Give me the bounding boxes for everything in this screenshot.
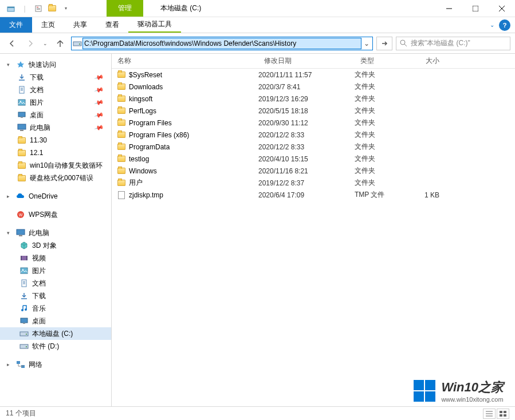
svg-rect-23 [18, 124, 26, 129]
tab-drive-tools[interactable]: 驱动器工具 [128, 17, 181, 33]
file-list[interactable]: 名称 修改日期 类型 大小 $SysReset2020/11/11 11:57文… [112, 54, 515, 406]
svg-point-12 [400, 40, 405, 45]
address-dropdown-icon[interactable]: ⌄ [361, 39, 372, 47]
close-button[interactable] [489, 0, 515, 17]
sidebar-quick-item[interactable]: win10自动修复失败循环 [0, 159, 111, 172]
sidebar-pc-item[interactable]: 软件 (D:) [0, 340, 111, 352]
svg-rect-28 [19, 235, 22, 236]
sidebar-pc-item[interactable]: 图片 [0, 264, 111, 277]
svg-rect-1 [7, 7, 14, 8]
chevron-down-icon[interactable]: ▾ [7, 230, 13, 236]
help-icon[interactable]: ? [499, 19, 510, 31]
svg-rect-7 [473, 6, 478, 11]
address-input[interactable]: C:\ProgramData\Microsoft\windows\Windows… [71, 37, 373, 50]
view-details-button[interactable] [483, 409, 496, 419]
sidebar-pc-item[interactable]: 本地磁盘 (C:) [0, 327, 111, 340]
chevron-right-icon[interactable]: ▸ [7, 193, 13, 199]
pin-icon: 📌 [94, 85, 105, 95]
file-date: 2020/12/2 8:33 [258, 131, 355, 139]
sidebar-pc-item[interactable]: 下载 [0, 290, 111, 302]
tab-home[interactable]: 主页 [32, 17, 64, 33]
file-type: TMP 文件 [355, 190, 404, 200]
maximize-button[interactable] [462, 0, 489, 17]
file-row[interactable]: $SysReset2020/11/11 11:57文件夹 [112, 69, 515, 81]
doc-icon [19, 279, 29, 288]
chevron-down-icon[interactable]: ▾ [7, 62, 13, 68]
sidebar-quick-item[interactable]: 此电脑📌 [0, 121, 111, 134]
sidebar-quick-item[interactable]: 硬盘格式化0007错误 [0, 172, 111, 184]
svg-rect-24 [20, 130, 23, 131]
file-date: 2020/9/30 11:12 [258, 119, 355, 127]
nav-onedrive[interactable]: ▸ OneDrive [0, 190, 111, 203]
nav-quick-access[interactable]: ▾ 快速访问 [0, 58, 111, 71]
folder-icon [116, 106, 127, 116]
sidebar-pc-item[interactable]: 文档 [0, 277, 111, 290]
chevron-right-icon[interactable]: ▸ [7, 362, 13, 367]
forward-button[interactable] [23, 36, 38, 51]
sidebar-quick-item[interactable]: 12.1 [0, 146, 111, 159]
folder-icon [116, 82, 127, 92]
file-date: 2020/12/2 8:33 [258, 143, 355, 151]
navigation-pane[interactable]: ▾ 快速访问 下载📌文档📌图片📌桌面📌此电脑📌11.3012.1win10自动修… [0, 54, 112, 406]
file-name: Windows [127, 167, 258, 175]
sidebar-quick-item[interactable]: 文档📌 [0, 84, 111, 96]
sidebar-quick-item[interactable]: 桌面📌 [0, 109, 111, 121]
tab-file[interactable]: 文件 [0, 17, 32, 33]
sidebar-quick-item[interactable]: 下载📌 [0, 71, 111, 84]
file-row[interactable]: zjdiskp.tmp2020/6/4 17:09TMP 文件1 KB [112, 189, 515, 201]
file-name: Program Files (x86) [127, 131, 258, 139]
qat-newfolder-icon[interactable] [46, 2, 58, 15]
column-date[interactable]: 修改日期 [258, 56, 355, 66]
minimize-button[interactable] [436, 0, 462, 17]
nav-network[interactable]: ▸ 网络 [0, 358, 111, 371]
file-row[interactable]: PerfLogs2020/5/15 18:18文件夹 [112, 105, 515, 117]
file-row[interactable]: kingsoft2019/12/3 16:29文件夹 [112, 93, 515, 105]
file-row[interactable]: Downloads2020/3/7 8:41文件夹 [112, 81, 515, 93]
ribbon-expand-icon[interactable]: ⌄ [490, 22, 494, 28]
svg-rect-19 [18, 100, 25, 105]
sidebar-pc-item[interactable]: 视频 [0, 252, 111, 264]
sidebar-pc-item[interactable]: 桌面 [0, 315, 111, 327]
svg-rect-22 [21, 117, 23, 118]
file-row[interactable]: Program Files2020/9/30 11:12文件夹 [112, 117, 515, 129]
file-row[interactable]: Program Files (x86)2020/12/2 8:33文件夹 [112, 129, 515, 141]
search-input[interactable]: 搜索"本地磁盘 (C:)" [396, 37, 510, 50]
search-icon [400, 39, 407, 47]
up-button[interactable] [53, 36, 68, 51]
sidebar-quick-item[interactable]: 11.30 [0, 134, 111, 146]
file-row[interactable]: testlog2020/4/10 15:15文件夹 [112, 153, 515, 165]
svg-point-44 [26, 334, 27, 335]
file-type: 文件夹 [355, 82, 404, 92]
desktop-icon [17, 110, 26, 120]
file-row[interactable]: 用户2019/12/2 8:37文件夹 [112, 177, 515, 189]
column-type[interactable]: 类型 [355, 56, 404, 66]
nav-wps[interactable]: W WPS网盘 [0, 208, 111, 221]
qat-properties-icon[interactable] [32, 2, 45, 15]
go-button[interactable] [376, 37, 392, 50]
column-size[interactable]: 大小 [404, 56, 450, 66]
cloud-icon [16, 192, 25, 201]
svg-point-39 [21, 309, 23, 311]
file-row[interactable]: ProgramData2020/12/2 8:33文件夹 [112, 141, 515, 153]
sidebar-quick-item[interactable]: 图片📌 [0, 96, 111, 109]
sidebar-pc-item[interactable]: 3D 对象 [0, 239, 111, 252]
column-name[interactable]: 名称 [112, 56, 258, 66]
tab-view[interactable]: 查看 [96, 17, 128, 33]
sidebar-pc-item[interactable]: 音乐 [0, 302, 111, 315]
svg-point-46 [26, 346, 27, 347]
svg-rect-58 [504, 414, 506, 417]
folder-icon [116, 130, 127, 140]
svg-rect-31 [26, 256, 27, 260]
qat-dropdown-icon[interactable]: ▾ [60, 2, 72, 15]
back-button[interactable] [5, 36, 19, 51]
file-date: 2019/12/3 16:29 [258, 95, 355, 103]
view-large-button[interactable] [497, 409, 509, 419]
recent-button[interactable]: ⌄ [41, 36, 49, 51]
file-row[interactable]: Windows2020/11/16 8:21文件夹 [112, 165, 515, 177]
tab-share[interactable]: 共享 [64, 17, 96, 33]
svg-rect-30 [21, 256, 22, 260]
file-name: Downloads [127, 83, 258, 91]
nav-this-pc[interactable]: ▾ 此电脑 [0, 227, 111, 239]
address-text[interactable]: C:\ProgramData\Microsoft\windows\Windows… [83, 38, 361, 49]
file-date: 2020/11/16 8:21 [258, 167, 355, 175]
